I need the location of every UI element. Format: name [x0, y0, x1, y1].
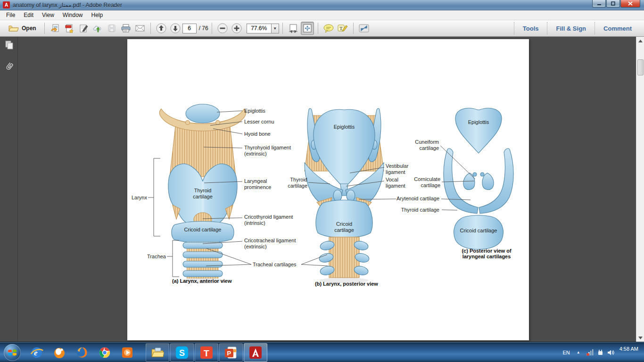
windows-explorer-button[interactable] [146, 343, 169, 362]
save-button[interactable] [105, 22, 118, 35]
create-pdf-button[interactable] [63, 22, 76, 35]
fit-page-button[interactable] [301, 22, 314, 35]
menu-edit[interactable]: Edit [19, 11, 38, 19]
next-page-button[interactable] [169, 22, 182, 35]
caption-cartilages-view: (c) Posterior view of laryngeal cartilag… [457, 248, 516, 259]
fill-sign-button[interactable]: Fill & Sign [547, 25, 594, 32]
page-thumbnails-button[interactable] [0, 37, 18, 53]
caption-anterior-view: (a) Larynx, anterior view [172, 278, 232, 284]
tools-button[interactable]: Tools [514, 25, 547, 32]
volume-icon[interactable] [607, 349, 615, 356]
email-button[interactable] [133, 22, 147, 35]
fullscreen-icon [358, 23, 370, 33]
t-app-button[interactable]: T [195, 343, 218, 362]
pdf-viewport[interactable]: Epiglottis Lesser cornu Hyoid bone Thyro… [18, 37, 636, 342]
skype-button[interactable]: S [170, 343, 194, 362]
internet-explorer-icon: e [30, 346, 44, 360]
menu-help[interactable]: Help [87, 11, 107, 19]
highlight-text-button[interactable]: T [336, 22, 349, 35]
scrollbar-thumb[interactable] [637, 59, 644, 75]
menu-file[interactable]: File [2, 11, 19, 19]
label-larynx: Larynx [128, 195, 147, 201]
label-epiglottis-b: Epiglottis [328, 124, 361, 130]
scroll-down-button[interactable] [636, 334, 644, 342]
zoom-dropdown-button[interactable]: ▼ [271, 24, 279, 33]
comment-bubble-button[interactable] [322, 22, 335, 35]
label-vestibular-ligament: Vestibular ligament [386, 163, 408, 175]
page-count-label: / 76 [199, 25, 208, 32]
maximize-button[interactable] [606, 0, 620, 8]
label-arytenoid-cartilage: Arytenoid cartilage [388, 196, 439, 202]
network-icon[interactable] [586, 349, 594, 356]
label-trachea: Trachea [141, 254, 166, 260]
title-bar: A anatomy of larynx ممتاز.pdf - Adobe Re… [0, 0, 644, 10]
scrolling-mode-button[interactable] [287, 22, 300, 35]
zoom-level-input[interactable] [247, 24, 271, 33]
toolbar: Open [0, 20, 644, 37]
chrome-button[interactable] [97, 345, 113, 361]
send-file-button[interactable] [49, 22, 62, 35]
print-icon [121, 24, 131, 33]
caption-posterior-view: (b) Larynx, posterior view [315, 281, 378, 287]
system-tray: EN ▲ 4:58 AM [562, 342, 644, 362]
scroll-up-icon [638, 40, 643, 42]
windows-logo-icon [7, 347, 17, 358]
media-player-button[interactable] [119, 345, 135, 361]
comment-panel-button[interactable]: Comment [595, 25, 640, 32]
previous-page-button[interactable] [155, 22, 168, 35]
sign-document-button[interactable] [77, 22, 90, 35]
adobe-reader-taskbar-button[interactable] [244, 343, 267, 362]
zoom-in-button[interactable] [230, 22, 243, 35]
label-epiglottis-c: Epiglottis [462, 119, 495, 125]
comment-bubble-icon [323, 24, 334, 33]
svg-text:T: T [339, 25, 343, 31]
page-number-input[interactable] [182, 24, 197, 33]
scroll-up-button[interactable] [636, 37, 644, 45]
open-label: Open [22, 25, 36, 32]
adobe-reader-taskbar-icon [248, 346, 263, 360]
internet-explorer-button[interactable]: e [29, 345, 45, 361]
vertical-scrollbar[interactable] [636, 37, 644, 342]
menu-bar: File Edit View Window Help [0, 10, 644, 20]
firefox-button[interactable] [74, 345, 90, 361]
chrome-icon [98, 346, 112, 360]
page-up-icon [156, 23, 167, 34]
gom-player-icon [52, 346, 66, 360]
zoom-out-button[interactable] [216, 22, 229, 35]
label-cricothyroid-ligament: Cricothyroid ligament (intrinsic) [244, 214, 293, 226]
open-button[interactable]: Open [4, 22, 41, 35]
close-button[interactable] [620, 0, 640, 8]
paperclip-icon [4, 61, 14, 72]
start-button[interactable] [4, 344, 21, 361]
attachments-button[interactable] [0, 58, 18, 74]
open-folder-icon [8, 24, 19, 33]
page-down-icon [170, 23, 181, 34]
cloud-upload-button[interactable] [91, 22, 104, 35]
fit-page-icon [302, 24, 313, 33]
label-cricotracheal-ligament: Cricotracheal ligament (extrinsic) [244, 238, 296, 250]
scrolling-mode-icon [288, 24, 298, 33]
fullscreen-button[interactable] [357, 22, 371, 35]
menu-view[interactable]: View [38, 11, 58, 19]
minimize-button[interactable] [592, 0, 606, 8]
label-cricoid-cartilage-c: Cricoid cartilage [455, 228, 502, 234]
sign-pen-icon [79, 24, 88, 33]
language-indicator[interactable]: EN [562, 350, 570, 355]
label-cricoid-cartilage-a: Cricoid cartilage [179, 227, 226, 233]
tray-expand-button[interactable]: ▲ [577, 350, 580, 354]
svg-text:S: S [179, 348, 185, 358]
powerpoint-button[interactable]: P [219, 343, 243, 362]
firefox-icon [75, 346, 89, 360]
label-thyroid-cartilage-b: Thyroid cartilage [279, 177, 307, 189]
label-corniculate-cartilage: Corniculate cartilage [403, 176, 440, 189]
label-cuneiform-cartilage: Cuneiform cartilage [406, 139, 439, 151]
menu-window[interactable]: Window [58, 11, 87, 19]
power-plug-icon[interactable] [597, 349, 604, 356]
label-lesser-cornu: Lesser cornu [244, 119, 274, 125]
cloud-upload-icon [92, 24, 103, 33]
gom-player-button[interactable] [51, 345, 67, 361]
highlight-text-icon: T [337, 24, 348, 33]
label-cricoid-cartilage-b: Cricoid cartilage [328, 221, 361, 233]
clock[interactable]: 4:58 AM [619, 346, 638, 352]
print-button[interactable] [119, 22, 132, 35]
